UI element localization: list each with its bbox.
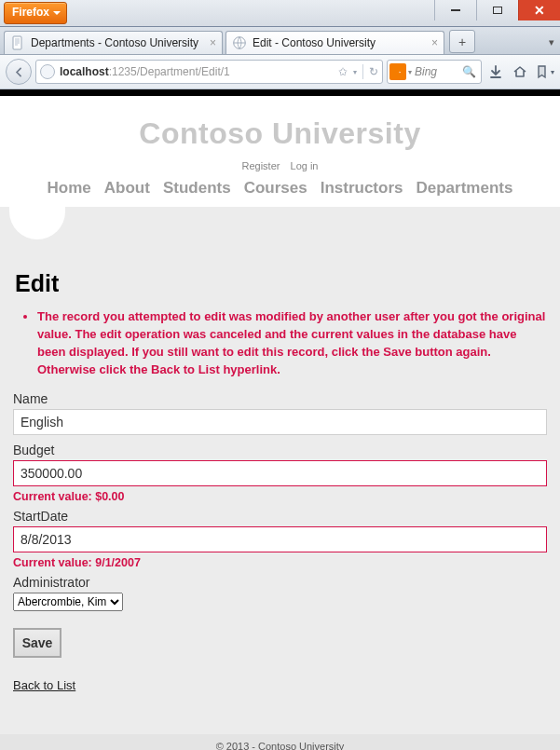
- administrator-select[interactable]: Abercrombie, Kim: [13, 593, 123, 611]
- search-bar[interactable]: ▾ Bing 🔍: [387, 60, 482, 84]
- nav-departments[interactable]: Departments: [416, 179, 512, 198]
- home-button[interactable]: [510, 61, 530, 82]
- close-tab-icon[interactable]: ×: [431, 36, 438, 49]
- site-identity-icon: [40, 64, 55, 79]
- auth-links: Register Log in: [0, 160, 560, 171]
- dropmarker-icon[interactable]: ▾: [353, 68, 357, 76]
- page-title: Edit: [15, 270, 547, 297]
- startdate-validation-message: Current value: 9/1/2007: [13, 556, 547, 569]
- reload-button[interactable]: ↻: [369, 65, 378, 78]
- nav-students[interactable]: Students: [163, 179, 231, 198]
- url-bar[interactable]: localhost:1235/Department/Edit/1 ✩ ▾ ↻: [35, 60, 383, 84]
- tab-title: Departments - Contoso University: [31, 36, 210, 49]
- back-to-list-link[interactable]: Back to List: [13, 678, 75, 692]
- main-nav: Home About Students Courses Instructors …: [0, 179, 560, 198]
- nav-home[interactable]: Home: [48, 179, 91, 198]
- startdate-input[interactable]: [13, 526, 547, 552]
- nav-instructors[interactable]: Instructors: [321, 179, 403, 198]
- page-footer: © 2013 - Contoso University: [0, 734, 560, 750]
- navigation-toolbar: localhost:1235/Department/Edit/1 ✩ ▾ ↻ ▾…: [0, 55, 560, 89]
- window-minimize-button[interactable]: [434, 0, 476, 20]
- nav-indicator: [9, 206, 65, 239]
- nav-about[interactable]: About: [104, 179, 150, 198]
- search-engine-dropdown[interactable]: ▾: [408, 68, 412, 76]
- downloads-button[interactable]: [485, 61, 506, 82]
- tab-title: Edit - Contoso University: [253, 36, 431, 49]
- browser-tab-edit[interactable]: Edit - Contoso University ×: [225, 31, 444, 54]
- window-close-button[interactable]: [518, 0, 560, 20]
- validation-summary-item: The record you attempted to edit was mod…: [37, 308, 547, 378]
- save-button[interactable]: Save: [13, 628, 61, 658]
- feed-icon: ✩: [338, 65, 348, 78]
- nav-courses[interactable]: Courses: [244, 179, 307, 198]
- tab-list-menu-button[interactable]: [549, 33, 554, 49]
- top-accent-bar: [0, 89, 560, 96]
- url-text: localhost:1235/Department/Edit/1: [60, 65, 338, 78]
- firefox-menu-button[interactable]: Firefox: [4, 2, 67, 24]
- divider: [362, 64, 363, 79]
- register-link[interactable]: Register: [241, 160, 280, 171]
- startdate-label: StartDate: [13, 509, 547, 524]
- page-body: Contoso University Register Log in Home …: [0, 96, 560, 750]
- bookmarks-menu-button[interactable]: ▾: [534, 61, 554, 82]
- login-link[interactable]: Log in: [291, 160, 319, 171]
- name-input[interactable]: [13, 409, 547, 435]
- tab-bar: Departments - Contoso University × Edit …: [0, 27, 560, 55]
- back-button[interactable]: [6, 59, 32, 85]
- close-tab-icon[interactable]: ×: [210, 36, 216, 49]
- window-maximize-button[interactable]: [476, 0, 518, 20]
- budget-validation-message: Current value: $0.00: [13, 490, 547, 503]
- bing-icon: [389, 63, 406, 80]
- new-tab-button[interactable]: +: [449, 30, 475, 53]
- browser-tab-departments[interactable]: Departments - Contoso University ×: [4, 31, 223, 54]
- budget-input[interactable]: [13, 460, 547, 486]
- site-brand: Contoso University: [0, 116, 560, 151]
- name-label: Name: [13, 391, 547, 406]
- page-icon: [232, 35, 247, 50]
- budget-label: Budget: [13, 443, 547, 457]
- search-go-icon[interactable]: 🔍: [462, 65, 476, 78]
- page-icon: [10, 35, 25, 50]
- administrator-label: Administrator: [13, 575, 547, 590]
- validation-summary: The record you attempted to edit was mod…: [37, 308, 547, 378]
- titlebar: Firefox: [0, 0, 560, 27]
- search-placeholder: Bing: [415, 65, 462, 78]
